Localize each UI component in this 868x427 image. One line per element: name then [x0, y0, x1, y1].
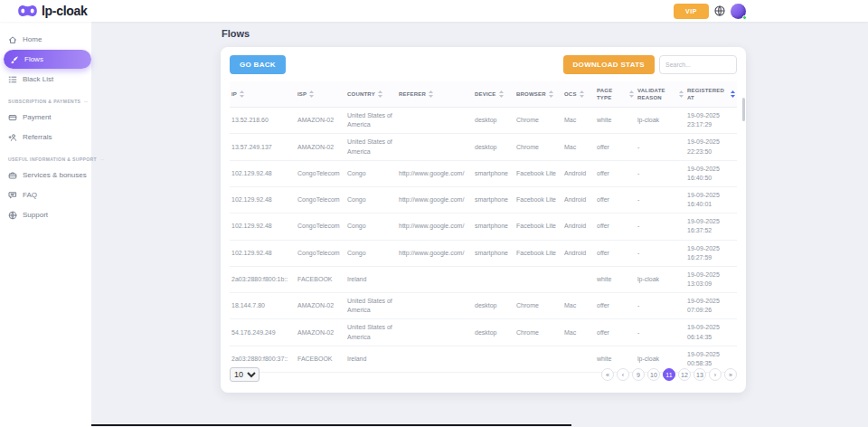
cell-ocs — [562, 266, 595, 292]
language-globe-icon[interactable] — [714, 5, 725, 16]
cell-browser: Chrome — [514, 108, 562, 134]
vip-button[interactable]: VIP — [674, 4, 709, 19]
sidebar-item-faq[interactable]: FAQ — [0, 185, 91, 204]
cell-page-type: offer — [595, 134, 636, 160]
column-header[interactable]: Registered At — [685, 81, 737, 108]
sidebar-item-referrals[interactable]: Referrals — [0, 128, 91, 147]
black-list-icon — [8, 75, 17, 84]
column-header[interactable]: Device — [473, 81, 514, 108]
first-page-button[interactable]: « — [601, 368, 614, 381]
cell-page-type: offer — [595, 293, 636, 319]
sort-icon — [580, 90, 584, 98]
cell-device: desktop — [473, 293, 514, 319]
download-stats-button[interactable]: DOWNLOAD STATS — [563, 55, 655, 74]
cell-isp: CongoTelecom — [296, 187, 345, 214]
go-back-button[interactable]: GO BACK — [230, 55, 286, 74]
support-icon — [8, 211, 17, 220]
cell-isp: FACEBOOK — [296, 266, 345, 292]
cell-ocs: Mac — [562, 293, 595, 319]
table-scrollbar-thumb[interactable] — [742, 98, 745, 121]
cell-validate-reason: - — [636, 293, 685, 319]
cell-referer — [397, 293, 473, 319]
sidebar-item-black-list[interactable]: Black List — [0, 70, 91, 89]
search-input[interactable] — [659, 55, 737, 74]
cell-validate-reason: lp-cloak — [636, 108, 685, 134]
sidebar-item-label: Services & bonuses — [23, 171, 87, 179]
cell-device: desktop — [473, 134, 514, 160]
table-row: 102.129.92.48 CongoTelecom Congo http://… — [230, 160, 737, 186]
cell-page-type: offer — [595, 319, 636, 346]
flows-table: IPISPCountryRefererDeviceBrowserOCSPage … — [230, 81, 737, 373]
sidebar-item-services-bonuses[interactable]: Services & bonuses — [0, 166, 91, 185]
cell-ocs: Mac — [562, 134, 595, 160]
column-header[interactable]: Referer — [397, 81, 473, 108]
cell-device: desktop — [473, 108, 514, 134]
cell-ip: 13.52.218.60 — [230, 108, 296, 134]
app-logo[interactable]: lp-cloak — [18, 4, 88, 18]
last-page-button[interactable]: » — [724, 368, 737, 381]
column-header[interactable]: ISP — [296, 81, 345, 108]
cell-referer — [397, 319, 473, 346]
table-row: 2a03:2880:f800:1b:: FACEBOOK Ireland whi… — [230, 266, 737, 292]
cell-validate-reason: - — [636, 134, 685, 160]
column-header[interactable]: Browser — [514, 81, 562, 108]
table-row: 13.57.249.137 AMAZON-02 United States of… — [230, 134, 737, 160]
page-button[interactable]: 12 — [678, 368, 691, 381]
table-row: 102.129.92.48 CongoTelecom Congo http://… — [230, 187, 737, 214]
cell-referer: http://www.google.com/ — [397, 240, 473, 266]
cell-registered-at: 19-09-2025 22:23:50 — [685, 134, 737, 160]
sidebar-item-flows[interactable]: Flows — [4, 50, 91, 69]
cell-page-type: offer — [595, 160, 636, 186]
sidebar: Home Flows Black List Subscription & Pay… — [0, 22, 91, 427]
home-icon — [8, 35, 17, 44]
cell-browser: Chrome — [514, 293, 562, 319]
cell-validate-reason: - — [636, 214, 685, 240]
sort-icon — [629, 90, 634, 98]
cell-page-type: white — [595, 108, 636, 134]
cell-isp: AMAZON-02 — [296, 293, 345, 319]
cell-ip: 2a03:2880:f800:1b:: — [230, 266, 296, 292]
page-size-select[interactable]: 10 — [230, 367, 259, 382]
cell-country: United States of America — [345, 134, 397, 160]
user-avatar[interactable] — [731, 4, 746, 19]
logo-text: lp-cloak — [42, 4, 88, 18]
page-button[interactable]: 9 — [632, 368, 645, 381]
cell-country: Congo — [345, 214, 397, 240]
prev-page-button[interactable]: ‹ — [617, 368, 629, 381]
faq-icon — [8, 191, 17, 200]
sidebar-item-label: FAQ — [23, 191, 37, 199]
page-button[interactable]: 10 — [647, 368, 660, 381]
sidebar-item-payment[interactable]: Payment — [0, 108, 91, 127]
column-header[interactable]: Country — [345, 81, 397, 108]
sidebar-item-support[interactable]: Support — [0, 205, 91, 224]
cell-ocs: Mac — [562, 108, 595, 134]
next-page-button[interactable]: › — [709, 368, 722, 381]
cell-registered-at: 19-09-2025 13:03:09 — [685, 266, 737, 292]
toolbar-right-group: DOWNLOAD STATS — [563, 55, 737, 74]
table-row: 102.129.92.48 CongoTelecom Congo http://… — [230, 240, 737, 266]
column-header[interactable]: IP — [230, 81, 296, 108]
cell-ip: 54.176.249.249 — [230, 319, 296, 346]
cell-device — [473, 266, 514, 292]
sidebar-item-home[interactable]: Home — [0, 30, 91, 49]
cell-country: United States of America — [345, 108, 397, 134]
column-header[interactable]: Page Type — [595, 81, 636, 108]
sort-icon — [499, 90, 504, 98]
page-button[interactable]: 11 — [663, 368, 675, 381]
sidebar-item-label: Payment — [23, 113, 52, 121]
flows-icon — [10, 55, 19, 64]
cell-browser: Facebook Lite — [514, 214, 562, 240]
cell-validate-reason: - — [636, 240, 685, 266]
cell-isp: CongoTelecom — [296, 160, 345, 186]
table-body: 13.52.218.60 AMAZON-02 United States of … — [230, 108, 737, 373]
column-header[interactable]: Validate Reason — [636, 81, 685, 108]
column-header[interactable]: OCS — [562, 81, 595, 108]
cell-registered-at: 19-09-2025 16:37:52 — [685, 214, 737, 240]
cell-country: Congo — [345, 240, 397, 266]
table-row: 54.176.249.249 AMAZON-02 United States o… — [230, 319, 737, 346]
cell-country: Congo — [345, 187, 397, 214]
page-button[interactable]: 13 — [693, 368, 706, 381]
sort-icon — [240, 90, 244, 98]
cell-ip: 102.129.92.48 — [230, 214, 296, 240]
cell-registered-at: 19-09-2025 16:27:59 — [685, 240, 737, 266]
